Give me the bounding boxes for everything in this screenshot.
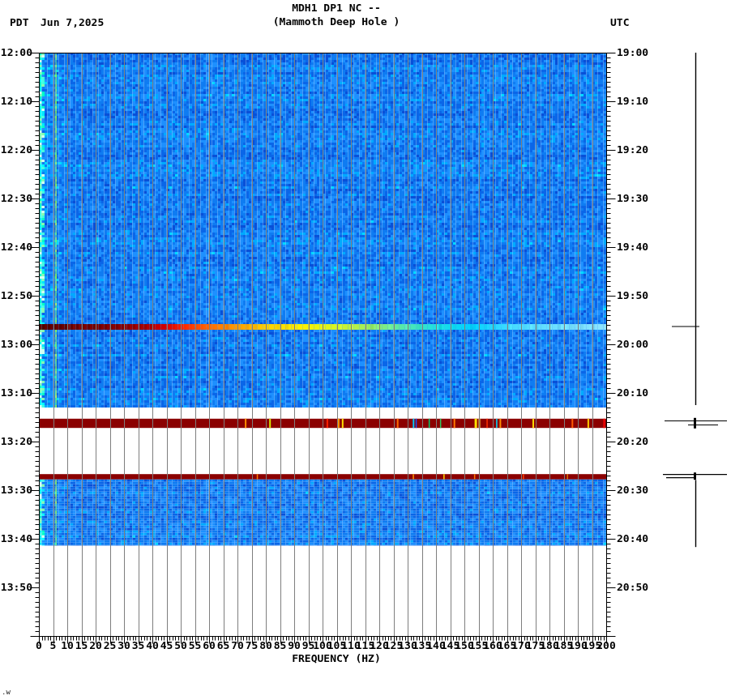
x-axis-title: FREQUENCY (HZ) [53,652,620,664]
footer-mark: .w [2,688,11,696]
page-subtitle: (Mammoth Deep Hole ) [53,15,620,28]
spectrogram-page: MDH1 DP1 NC -- (Mammoth Deep Hole ) PDT … [0,0,731,700]
spectrogram-canvas [0,0,731,700]
left-timezone-label: PDT [10,16,28,28]
page-title: MDH1 DP1 NC -- [53,2,620,14]
right-timezone-label: UTC [610,16,629,28]
date-label: Jun 7,2025 [41,16,104,28]
